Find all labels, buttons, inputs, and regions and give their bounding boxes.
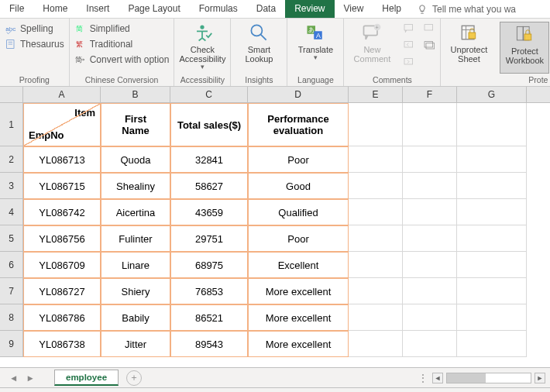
cell-g1[interactable] bbox=[457, 103, 527, 146]
cell-d6[interactable]: Excellent bbox=[248, 252, 349, 278]
cell-e2[interactable] bbox=[349, 146, 403, 173]
simplified-button[interactable]: 简Simplified bbox=[74, 22, 170, 36]
cell-c1[interactable]: Total sales($) bbox=[170, 103, 248, 146]
check-accessibility-button[interactable]: Check Accessibility ▾ bbox=[179, 22, 225, 74]
col-header-e[interactable]: E bbox=[349, 87, 403, 102]
cell-d8[interactable]: More excellent bbox=[248, 304, 349, 331]
sheet-tab-employee[interactable]: employee bbox=[54, 370, 119, 386]
translate-button[interactable]: あA Translate ▾ bbox=[292, 22, 339, 74]
cell-a5[interactable]: YL086756 bbox=[23, 225, 101, 252]
cell-b6[interactable]: Linare bbox=[101, 252, 170, 278]
cell-e1[interactable] bbox=[349, 103, 403, 146]
cell-e6[interactable] bbox=[349, 252, 403, 278]
cell-a4[interactable]: YL086742 bbox=[23, 199, 101, 225]
cell-e7[interactable] bbox=[349, 278, 403, 304]
cell-f6[interactable] bbox=[403, 252, 457, 278]
menu-home[interactable]: Home bbox=[33, 0, 77, 18]
cell-b8[interactable]: Babily bbox=[101, 304, 170, 331]
thesaurus-button[interactable]: Thesaurus bbox=[5, 37, 64, 51]
cell-c9[interactable]: 89543 bbox=[170, 331, 248, 357]
row-header-5[interactable]: 5 bbox=[0, 225, 23, 252]
comment-show-2[interactable] bbox=[423, 39, 435, 53]
cell-f4[interactable] bbox=[403, 199, 457, 225]
col-header-b[interactable]: B bbox=[101, 87, 170, 102]
cell-e8[interactable] bbox=[349, 304, 403, 331]
cell-c8[interactable]: 86521 bbox=[170, 304, 248, 331]
cell-b1[interactable]: First Name bbox=[101, 103, 170, 146]
row-header-2[interactable]: 2 bbox=[0, 146, 23, 173]
cell-e4[interactable] bbox=[349, 199, 403, 225]
protect-workbook-button[interactable]: Protect Workbook bbox=[500, 22, 549, 74]
cell-f3[interactable] bbox=[403, 173, 457, 199]
cell-f1[interactable] bbox=[403, 103, 457, 146]
tab-split-handle[interactable]: ⋮ bbox=[418, 373, 428, 383]
cell-d3[interactable]: Good bbox=[248, 173, 349, 199]
row-header-1[interactable]: 1 bbox=[0, 103, 23, 146]
row-header-9[interactable]: 9 bbox=[0, 331, 23, 357]
cell-d5[interactable]: Poor bbox=[248, 225, 349, 252]
cell-g5[interactable] bbox=[457, 225, 527, 252]
cell-f7[interactable] bbox=[403, 278, 457, 304]
cell-c6[interactable]: 68975 bbox=[170, 252, 248, 278]
cell-b5[interactable]: Fulinter bbox=[101, 225, 170, 252]
cell-c4[interactable]: 43659 bbox=[170, 199, 248, 225]
cell-g8[interactable] bbox=[457, 304, 527, 331]
scroll-left-icon[interactable]: ◄ bbox=[432, 373, 443, 383]
row-header-6[interactable]: 6 bbox=[0, 252, 23, 278]
col-header-a[interactable]: A bbox=[23, 87, 101, 102]
cell-a8[interactable]: YL086786 bbox=[23, 304, 101, 331]
cell-c7[interactable]: 76853 bbox=[170, 278, 248, 304]
cell-c2[interactable]: 32841 bbox=[170, 146, 248, 173]
cell-g6[interactable] bbox=[457, 252, 527, 278]
cell-a2[interactable]: YL086713 bbox=[23, 146, 101, 173]
menu-file[interactable]: File bbox=[0, 0, 33, 18]
col-header-c[interactable]: C bbox=[170, 87, 248, 102]
scroll-right-icon[interactable]: ► bbox=[535, 373, 545, 383]
cell-d4[interactable]: Qualified bbox=[248, 199, 349, 225]
tab-nav-arrows[interactable]: ◄► bbox=[0, 373, 54, 383]
menu-view[interactable]: View bbox=[335, 0, 373, 18]
cell-b2[interactable]: Quoda bbox=[101, 146, 170, 173]
cell-g4[interactable] bbox=[457, 199, 527, 225]
cell-b4[interactable]: Aicertina bbox=[101, 199, 170, 225]
cell-a3[interactable]: YL086715 bbox=[23, 173, 101, 199]
col-header-f[interactable]: F bbox=[403, 87, 457, 102]
cell-b9[interactable]: Jitter bbox=[101, 331, 170, 357]
cell-f9[interactable] bbox=[403, 331, 457, 357]
convert-option-button[interactable]: 简Convert with option bbox=[74, 53, 170, 67]
horizontal-scrollbar[interactable]: ◄ ► bbox=[432, 373, 550, 383]
row-header-7[interactable]: 7 bbox=[0, 278, 23, 304]
cell-g7[interactable] bbox=[457, 278, 527, 304]
col-header-g[interactable]: G bbox=[457, 87, 527, 102]
cell-d9[interactable]: More excellent bbox=[248, 331, 349, 357]
cell-a1[interactable]: Item EmpNo bbox=[23, 103, 101, 146]
cell-c5[interactable]: 29751 bbox=[170, 225, 248, 252]
cell-g2[interactable] bbox=[457, 146, 527, 173]
cell-a9[interactable]: YL086738 bbox=[23, 331, 101, 357]
cell-e9[interactable] bbox=[349, 331, 403, 357]
menu-formulas[interactable]: Formulas bbox=[190, 0, 247, 18]
menu-data[interactable]: Data bbox=[247, 0, 285, 18]
cell-d2[interactable]: Poor bbox=[248, 146, 349, 173]
cell-c3[interactable]: 58627 bbox=[170, 173, 248, 199]
cell-g9[interactable] bbox=[457, 331, 527, 357]
row-header-3[interactable]: 3 bbox=[0, 173, 23, 199]
scroll-track[interactable] bbox=[446, 373, 531, 383]
menu-insert[interactable]: Insert bbox=[77, 0, 119, 18]
cell-f2[interactable] bbox=[403, 146, 457, 173]
row-header-4[interactable]: 4 bbox=[0, 199, 23, 225]
row-header-8[interactable]: 8 bbox=[0, 304, 23, 331]
cell-b3[interactable]: Shealiny bbox=[101, 173, 170, 199]
menu-review[interactable]: Review bbox=[285, 0, 334, 18]
cell-a6[interactable]: YL086709 bbox=[23, 252, 101, 278]
cell-a7[interactable]: YL086727 bbox=[23, 278, 101, 304]
smart-lookup-button[interactable]: Smart Lookup bbox=[235, 22, 282, 74]
traditional-button[interactable]: 繁Traditional bbox=[74, 37, 170, 51]
cell-f8[interactable] bbox=[403, 304, 457, 331]
menu-page-layout[interactable]: Page Layout bbox=[119, 0, 189, 18]
menu-help[interactable]: Help bbox=[373, 0, 411, 18]
select-all-corner[interactable] bbox=[0, 87, 23, 102]
unprotect-sheet-button[interactable]: Unprotect Sheet bbox=[445, 22, 492, 74]
add-sheet-button[interactable]: ＋ bbox=[126, 370, 142, 386]
scroll-thumb[interactable] bbox=[447, 373, 486, 383]
